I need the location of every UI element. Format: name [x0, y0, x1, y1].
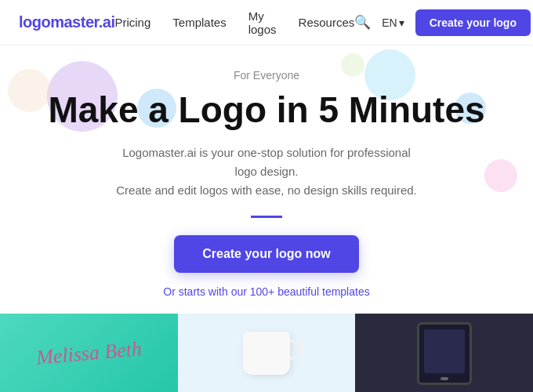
hero-cta-button[interactable]: Create your logo now — [174, 235, 359, 273]
deco-circle-7 — [8, 69, 51, 112]
search-icon[interactable]: 🔍 — [354, 14, 371, 31]
deco-circle-5 — [484, 159, 517, 192]
cards-strip: Melissa Beth — [0, 314, 533, 392]
card-script-text: Melissa Beth — [35, 337, 143, 370]
hero-title: Make a Logo in 5 Minutes — [48, 89, 484, 131]
nav-right: 🔍 EN ▾ Create your logo — [354, 9, 531, 36]
tablet-home-button — [441, 377, 448, 380]
nav-links: Pricing Templates My logos Resources — [114, 9, 354, 36]
nav-link-pricing[interactable]: Pricing — [114, 16, 150, 29]
card-tablet — [355, 314, 533, 392]
language-selector[interactable]: EN ▾ — [382, 16, 404, 29]
nav-link-mylogos[interactable]: My logos — [248, 9, 277, 36]
navbar: logomaster.ai Pricing Templates My logos… — [0, 0, 533, 45]
for-everyone-label: For Everyone — [234, 69, 299, 82]
logo-main: logomaster. — [19, 13, 103, 31]
logo-accent: ai — [103, 13, 115, 31]
card-script: Melissa Beth — [0, 314, 178, 392]
nav-link-resources[interactable]: Resources — [299, 16, 355, 29]
tablet-screen — [424, 329, 465, 373]
mug-handle — [290, 339, 301, 360]
chevron-down-icon: ▾ — [399, 16, 404, 29]
divider-line — [251, 216, 282, 218]
mug-shape — [243, 332, 290, 375]
hero-section: For Everyone Make a Logo in 5 Minutes Lo… — [0, 45, 533, 314]
templates-link[interactable]: Or starts with our 100+ beautiful templa… — [163, 285, 369, 298]
hero-subtitle: Logomaster.ai is your one-stop solution … — [110, 143, 423, 200]
tablet-shape — [417, 322, 472, 385]
card-mug — [178, 314, 356, 392]
nav-link-templates[interactable]: Templates — [172, 16, 226, 29]
logo[interactable]: logomaster.ai — [19, 13, 114, 31]
nav-cta-button[interactable]: Create your logo — [415, 9, 531, 36]
deco-circle-6 — [341, 53, 364, 77]
